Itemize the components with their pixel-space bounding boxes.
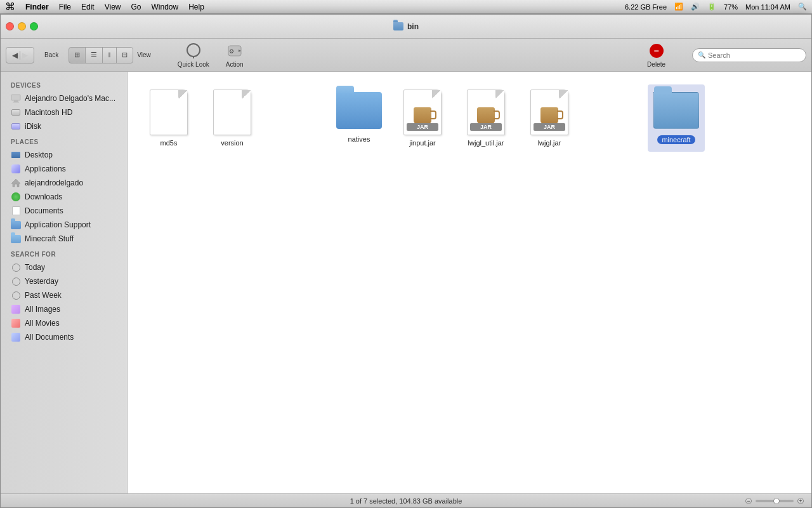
file-area[interactable]: md5s version natives xyxy=(128,72,811,493)
window-controls[interactable] xyxy=(6,22,38,30)
delete-button[interactable]: − Delete xyxy=(641,39,672,70)
generic-doc-icon xyxy=(213,90,251,135)
search-icon: 🔍 xyxy=(698,51,705,58)
zoom-slider[interactable] xyxy=(756,500,794,502)
sidebar-item-idisk[interactable]: iDisk xyxy=(1,119,127,133)
svg-rect-8 xyxy=(13,102,19,103)
delete-icon: − xyxy=(650,44,664,58)
svg-text:⚙: ⚙ xyxy=(229,48,234,55)
sidebar-hd-label: Macintosh HD xyxy=(25,108,72,117)
search-box[interactable]: 🔍 xyxy=(692,48,806,62)
sidebar-item-appsupport[interactable]: Application Support xyxy=(1,218,127,232)
file-item[interactable]: version xyxy=(204,84,261,152)
quicklook-icon-wrap xyxy=(185,42,202,60)
sidebar-applications-label: Applications xyxy=(25,164,66,173)
sidebar-item-documents[interactable]: Documents xyxy=(1,204,127,218)
apple-menu[interactable]: ⌘ xyxy=(5,1,15,13)
sidebar-item-allimages[interactable]: All Images xyxy=(1,302,127,316)
file-item[interactable]: JAR jinput.jar xyxy=(394,84,451,152)
view-list-btn[interactable]: ☰ xyxy=(86,48,103,63)
minecraft-folder-icon xyxy=(653,92,699,129)
title-text: bin xyxy=(407,22,419,31)
sidebar-allimages-label: All Images xyxy=(25,305,60,314)
sidebar-item-mac[interactable]: Alejandro Delgado's Mac... xyxy=(1,91,127,105)
sidebar-documents-label: Documents xyxy=(25,206,63,215)
action-icon-wrap: ⚙ xyxy=(226,42,244,60)
menu-finder[interactable]: Finder xyxy=(25,3,49,11)
search-header: SEARCH FOR xyxy=(1,246,127,260)
menu-edit[interactable]: Edit xyxy=(81,3,95,11)
menu-go[interactable]: Go xyxy=(131,3,141,11)
sidebar-item-minecraft[interactable]: Minecraft Stuff xyxy=(1,232,127,246)
sidebar: DEVICES Alejandro Delgado's Mac... Macin… xyxy=(1,72,128,493)
sidebar-item-home[interactable]: alejandrodelgado xyxy=(1,176,127,190)
file-item-selected[interactable]: minecraft xyxy=(648,84,705,152)
volume-icon: 🔊 xyxy=(691,3,700,11)
view-column-btn[interactable]: ⫴ xyxy=(103,48,117,63)
view-label: View xyxy=(137,51,151,58)
sidebar-minecraftstuff-label: Minecraft Stuff xyxy=(25,234,74,243)
places-header: PLACES xyxy=(1,133,127,148)
delete-label: Delete xyxy=(647,61,665,68)
file-name: md5s xyxy=(160,139,178,147)
back-arrow: ◀ xyxy=(10,51,20,60)
sidebar-home-label: alejandrodelgado xyxy=(25,178,83,187)
window-title: bin xyxy=(393,22,419,31)
menubar: ⌘ Finder File Edit View Go Window Help 6… xyxy=(0,0,812,14)
mac-icon xyxy=(11,93,21,104)
menu-help[interactable]: Help xyxy=(188,3,204,11)
menu-file[interactable]: File xyxy=(59,3,71,11)
minimize-button[interactable] xyxy=(18,22,26,30)
sidebar-item-downloads[interactable]: Downloads xyxy=(1,190,127,204)
action-label: Action xyxy=(226,61,244,68)
generic-doc-icon xyxy=(150,90,188,135)
jar-doc-icon: JAR xyxy=(403,90,442,135)
zoom-out-button[interactable]: − xyxy=(745,498,752,504)
quicklook-label: Quick Look xyxy=(178,61,209,68)
svg-rect-6 xyxy=(11,95,20,100)
titlebar: bin xyxy=(1,15,811,39)
sidebar-today-label: Today xyxy=(25,263,45,272)
file-item[interactable]: natives xyxy=(331,84,388,152)
file-item[interactable]: md5s xyxy=(140,84,197,152)
today-icon xyxy=(11,262,21,272)
sidebar-item-applications[interactable]: Applications xyxy=(1,162,127,176)
file-item[interactable]: JAR lwjgl.jar xyxy=(521,84,578,152)
file-item[interactable]: JAR lwjgl_util.jar xyxy=(457,84,514,152)
sidebar-item-hd[interactable]: Macintosh HD xyxy=(1,105,127,119)
sidebar-item-pastweek[interactable]: Past Week xyxy=(1,288,127,302)
coffee-cup-icon xyxy=(477,107,495,124)
pastweek-icon xyxy=(11,290,21,300)
close-button[interactable] xyxy=(6,22,14,30)
coffee-cup-icon xyxy=(414,107,431,124)
svg-rect-9 xyxy=(11,164,20,173)
devices-header: DEVICES xyxy=(1,77,127,91)
action-icon: ⚙ xyxy=(226,42,244,60)
sidebar-desktop-label: Desktop xyxy=(25,150,53,159)
menu-view[interactable]: View xyxy=(105,3,121,11)
svg-point-1 xyxy=(190,46,197,54)
search-input[interactable] xyxy=(708,51,801,59)
sidebar-item-alldocs[interactable]: All Documents xyxy=(1,330,127,344)
sidebar-appsupport-label: Application Support xyxy=(25,220,91,229)
jar-label: JAR xyxy=(470,123,502,131)
view-buttons[interactable]: ⊞ ☰ ⫴ ⊟ xyxy=(69,47,133,64)
wifi-icon: 📶 xyxy=(674,3,683,11)
zoom-in-button[interactable]: + xyxy=(797,498,804,504)
quicklook-button[interactable]: Quick Look xyxy=(171,39,216,70)
sidebar-item-today[interactable]: Today xyxy=(1,260,127,274)
menu-window[interactable]: Window xyxy=(152,3,179,11)
zoom-thumb[interactable] xyxy=(773,498,780,504)
title-folder-icon xyxy=(393,22,403,30)
sidebar-item-yesterday[interactable]: Yesterday xyxy=(1,274,127,288)
view-coverflow-btn[interactable]: ⊟ xyxy=(117,48,133,63)
maximize-button[interactable] xyxy=(30,22,38,30)
action-button[interactable]: ⚙ Action xyxy=(219,39,250,70)
zoom-controls: − + xyxy=(745,498,804,504)
sidebar-item-desktop[interactable]: Desktop xyxy=(1,148,127,162)
sidebar-item-allmovies[interactable]: All Movies xyxy=(1,316,127,330)
coffee-cup-icon xyxy=(540,107,558,124)
view-icon-btn[interactable]: ⊞ xyxy=(69,48,86,63)
spotlight-icon[interactable]: 🔍 xyxy=(798,3,807,11)
back-button[interactable]: ◀ ▶ xyxy=(6,47,34,64)
